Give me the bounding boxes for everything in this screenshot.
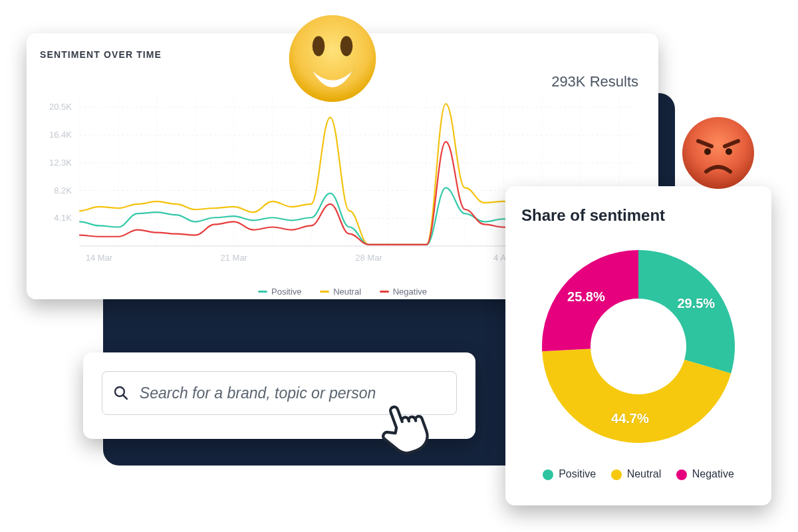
legend-dot-positive xyxy=(543,469,553,480)
donut-chart: 29.5% 44.7% 25.8% xyxy=(529,237,748,456)
pointer-cursor-icon xyxy=(372,398,432,458)
legend-dot-negative xyxy=(676,469,687,480)
svg-text:14 Mar: 14 Mar xyxy=(86,253,113,263)
donut-label-negative: 25.8% xyxy=(567,289,605,305)
donut-label-positive: 29.5% xyxy=(677,295,715,311)
legend-item-positive: Positive xyxy=(258,287,302,297)
svg-point-32 xyxy=(313,36,325,56)
svg-point-36 xyxy=(682,117,754,189)
donut-legend: Positive Neutral Negative xyxy=(520,468,757,480)
svg-text:28 Mar: 28 Mar xyxy=(355,253,382,263)
svg-text:16.4K: 16.4K xyxy=(49,130,72,140)
angry-emoji-icon xyxy=(678,113,758,193)
legend-item-negative: Negative xyxy=(380,287,427,297)
svg-point-33 xyxy=(340,36,353,56)
share-of-sentiment-card: Share of sentiment 29.5% 44.7% 25.8% Pos… xyxy=(505,186,771,505)
svg-line-35 xyxy=(123,395,126,398)
svg-text:21 Mar: 21 Mar xyxy=(220,253,247,263)
legend-dot-neutral xyxy=(611,469,622,480)
svg-text:8.2K: 8.2K xyxy=(54,186,72,196)
donut-title: Share of sentiment xyxy=(521,206,757,225)
svg-text:20.5K: 20.5K xyxy=(49,102,72,112)
happy-emoji-icon xyxy=(286,12,379,105)
results-count: 293K Results xyxy=(551,73,638,90)
search-icon xyxy=(113,384,129,402)
donut-label-neutral: 44.7% xyxy=(611,410,649,426)
svg-text:12.3K: 12.3K xyxy=(49,158,72,168)
svg-text:4.1K: 4.1K xyxy=(54,213,72,223)
svg-point-31 xyxy=(289,15,376,102)
legend-item-neutral: Neutral xyxy=(320,287,361,297)
svg-point-37 xyxy=(704,148,711,155)
svg-point-38 xyxy=(726,148,732,155)
